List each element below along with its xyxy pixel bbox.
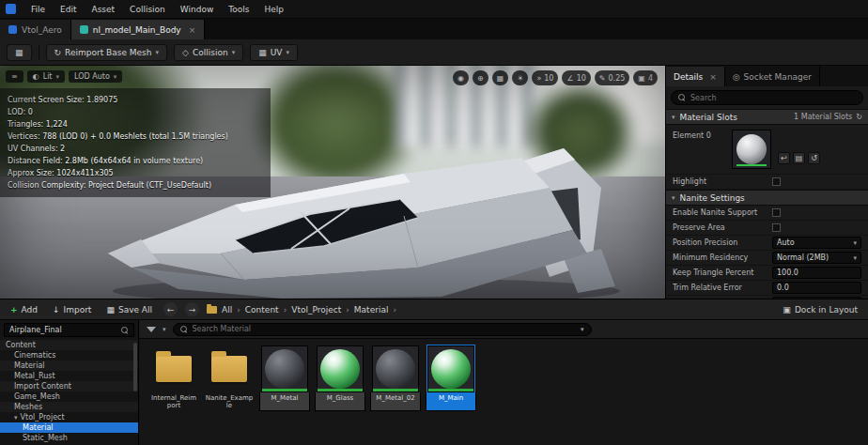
close-icon[interactable]: × — [709, 72, 717, 82]
menu-file[interactable]: File — [23, 3, 53, 16]
unreal-editor-window: File Edit Asset Collision Window Tools H… — [0, 0, 868, 445]
details-search-input[interactable] — [690, 94, 856, 102]
tree-item-meshes[interactable]: Meshes — [0, 402, 138, 412]
exposure-button[interactable]: ✎ 0.25 — [595, 70, 630, 85]
camera-icon-button[interactable]: ◉ — [453, 70, 469, 85]
path-filter-input[interactable] — [9, 326, 117, 334]
world-icon-button[interactable]: ⊕ — [473, 70, 488, 85]
viewport-menu-button[interactable]: ≡ — [6, 70, 23, 83]
tab-static-mesh-editor[interactable]: nl_model_Main_Body × — [71, 20, 205, 39]
asset-tile-m-metal-02[interactable]: M_Metal_02 — [370, 345, 421, 411]
tab-details[interactable]: Details × — [666, 67, 725, 86]
add-button[interactable]: + Add — [7, 303, 41, 316]
save-all-button[interactable]: ▦ Save All — [102, 303, 156, 316]
asset-tile-m-metal[interactable]: M_Metal — [259, 345, 310, 411]
dropdown-value: Normal (2MB) — [777, 253, 829, 262]
app-logo-icon — [6, 4, 16, 14]
asset-search-box[interactable]: ▾ — [173, 323, 592, 336]
keep-triangle-percent-field[interactable]: 100.0 — [772, 267, 861, 279]
asset-tile-m-main-selected[interactable]: M_Main — [426, 345, 476, 411]
details-search-box[interactable] — [671, 90, 863, 105]
forward-button[interactable]: → — [185, 302, 199, 316]
tree-item-import-content[interactable]: Import Content — [0, 381, 138, 391]
material-thumbnail[interactable] — [732, 130, 771, 169]
tree-item-metal-rust[interactable]: Metal_Rust — [0, 371, 138, 381]
menu-window[interactable]: Window — [173, 3, 222, 16]
material-type-strip — [428, 389, 473, 391]
material-slots-header[interactable]: ▾ Material Slots 1 Material Slots ↻ — [666, 109, 868, 125]
add-label: Add — [22, 305, 38, 315]
uv-dropdown-button[interactable]: ▦ UV ▾ — [250, 44, 298, 61]
menu-edit[interactable]: Edit — [53, 3, 84, 16]
import-button[interactable]: ↓ Import — [49, 303, 95, 316]
position-precision-dropdown[interactable]: Auto ▾ — [772, 237, 861, 249]
tree-scrollbar[interactable] — [133, 343, 137, 391]
lighting-icon-button[interactable]: ☀ — [512, 70, 528, 85]
toolbar-separator — [39, 45, 39, 60]
editor-tab-bar: Vtol_Aero nl_model_Main_Body × — [0, 19, 868, 39]
material-element-row: Element 0 ↩ ▤ ↺ — [666, 125, 868, 175]
import-label: Import — [64, 305, 92, 315]
material-slot-actions: ↩ ▤ ↺ — [778, 130, 820, 164]
camera-speed-button[interactable]: » 10 — [532, 70, 558, 85]
breadcrumb-vtol-project[interactable]: Vtol_Project — [291, 305, 341, 315]
material-type-strip — [373, 389, 418, 391]
view-mode-button[interactable]: ◐ Lit ▾ — [27, 70, 65, 83]
breadcrumb-material[interactable]: Material — [354, 305, 389, 315]
tree-item-vtol-project[interactable]: ▾Vtol_Project — [0, 412, 138, 422]
stat-line: Collision Complexity: Project Default (C… — [8, 179, 263, 192]
breadcrumb-content[interactable]: Content — [245, 305, 279, 315]
preview-scene-button[interactable]: ▣ 4 — [633, 70, 658, 85]
use-selected-asset-button[interactable]: ↩ — [778, 152, 790, 164]
save-icon: ▦ — [15, 48, 23, 57]
reimport-base-mesh-button[interactable]: ↻ Reimport Base Mesh ▾ — [46, 44, 168, 61]
tree-item-game-mesh[interactable]: Game_Mesh — [0, 391, 138, 402]
preserve-area-checkbox[interactable] — [772, 223, 781, 232]
cycle-icon[interactable]: ↻ — [856, 113, 862, 121]
menu-asset[interactable]: Asset — [85, 3, 123, 16]
tab-socket-manager[interactable]: ◎ Socket Manager — [725, 67, 820, 86]
stat-line: Triangles: 1,224 — [8, 118, 263, 130]
menu-collision[interactable]: Collision — [122, 3, 173, 16]
filter-funnel-icon[interactable] — [147, 327, 156, 332]
stat-line: Vertices: 788 (LOD 0) + 0.0 Meshlets (to… — [8, 130, 263, 143]
tab-vtol-aero[interactable]: Vtol_Aero — [0, 20, 71, 39]
reset-material-button[interactable]: ↺ — [808, 152, 820, 164]
chevron-down-icon[interactable]: ▾ — [163, 326, 166, 333]
property-row: Preserve Area — [666, 221, 868, 236]
chevron-down-icon: ▾ — [156, 49, 160, 56]
expand-arrow-icon[interactable]: ▾ — [14, 414, 18, 422]
folder-tile-internal-reimport[interactable]: Internal_Reimport — [148, 345, 199, 411]
browse-to-asset-button[interactable]: ▤ — [793, 152, 805, 164]
asset-search-input[interactable] — [193, 325, 576, 333]
dock-in-layout-button[interactable]: ▣ Dock in Layout — [783, 305, 861, 315]
content-browser-toolbar: + Add ↓ Import ▦ Save All ← → All › Cont… — [0, 299, 868, 320]
menu-tools[interactable]: Tools — [221, 3, 256, 16]
tree-item-static-mesh[interactable]: Static_Mesh — [0, 433, 138, 443]
collision-dropdown-button[interactable]: ◇ Collision ▾ — [174, 44, 243, 61]
chevron-down-icon[interactable]: ▾ — [581, 326, 584, 333]
uv-label: UV — [271, 48, 283, 57]
folder-tile-nanite-example[interactable]: Nanite_Example — [204, 345, 255, 411]
minimum-residency-dropdown[interactable]: Normal (2MB) ▾ — [772, 252, 861, 264]
path-filter-box[interactable] — [4, 323, 134, 337]
tree-item-content[interactable]: Content — [0, 340, 138, 350]
3d-viewport[interactable]: ≡ ◐ Lit ▾ LOD Auto ▾ ◉ ⊕ ▦ ☀ » — [0, 66, 665, 299]
snap-angle-button[interactable]: ∠ 10 — [562, 70, 590, 85]
enable-nanite-checkbox[interactable] — [772, 208, 781, 217]
asset-tile-m-glass[interactable]: M_Glass — [315, 345, 365, 411]
lod-auto-button[interactable]: LOD Auto ▾ — [69, 70, 122, 83]
menu-help[interactable]: Help — [256, 3, 291, 16]
save-button[interactable]: ▦ — [7, 44, 32, 61]
grid-icon-button[interactable]: ▦ — [492, 70, 509, 85]
close-tab-icon[interactable]: × — [189, 25, 196, 35]
breadcrumb-all[interactable]: All — [222, 305, 232, 315]
asset-toolbar: ▦ ↻ Reimport Base Mesh ▾ ◇ Collision ▾ ▦… — [0, 39, 868, 66]
nanite-settings-header[interactable]: ▾ Nanite Settings — [666, 190, 868, 206]
highlight-checkbox[interactable] — [772, 177, 781, 186]
tree-item-material[interactable]: Material — [0, 361, 138, 371]
back-button[interactable]: ← — [163, 302, 178, 316]
tree-item-cinematics[interactable]: Cinematics — [0, 350, 138, 361]
trim-relative-error-field[interactable]: 0.0 — [772, 282, 861, 294]
tree-item-material-selected[interactable]: Material — [0, 422, 138, 433]
